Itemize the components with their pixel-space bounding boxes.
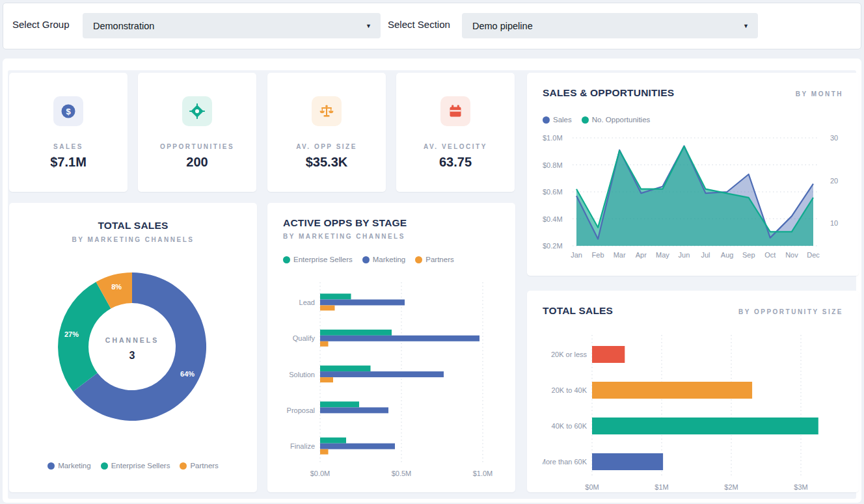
legend-item[interactable]: No. Opportunities (582, 116, 651, 124)
svg-text:$0.6M: $0.6M (543, 188, 563, 196)
bar-finalize-2[interactable] (320, 449, 329, 455)
legend-item[interactable]: Partners (180, 462, 218, 470)
bar-proposal-0[interactable] (320, 401, 359, 407)
select-section-label: Select Section (388, 19, 450, 30)
legend-dot-icon (101, 462, 108, 470)
chart-title: SALES & OPPORTUNITIES (543, 87, 674, 99)
bar-lead-1[interactable] (320, 300, 405, 306)
opportunities-icon-tile (182, 96, 212, 126)
kpi-card-opportunities: OPPORTUNITIES 200 (138, 73, 256, 192)
svg-text:20K or less: 20K or less (551, 351, 587, 358)
legend-dot-icon (582, 116, 589, 124)
section-select[interactable]: Demo pipeline ▼ (462, 13, 758, 38)
bar-proposal-1[interactable] (320, 407, 388, 413)
svg-text:Proposal: Proposal (287, 406, 315, 414)
legend-label: Marketing (58, 462, 91, 470)
bar-lead-0[interactable] (320, 294, 351, 300)
legend-item[interactable]: Enterprise Sellers (283, 256, 353, 263)
sales-opportunities-area-chart[interactable]: $1.0M$0.8M$0.6M$0.4M$0.2M302010JanFebMar… (543, 133, 843, 269)
legend-label: Enterprise Sellers (111, 462, 170, 470)
chart-subtitle: BY MARKETING CHANNELS (283, 233, 500, 240)
svg-text:64%: 64% (180, 370, 195, 378)
sales-icon-tile: $ (53, 96, 83, 126)
svg-text:40K to 60K: 40K to 60K (552, 422, 587, 430)
bar-qualify-1[interactable] (320, 336, 479, 341)
svg-text:Jan: Jan (571, 251, 582, 259)
legend-item[interactable]: Marketing (47, 462, 91, 470)
chart-legend: MarketingEnterprise SellersPartners (9, 462, 257, 470)
svg-text:Apr: Apr (636, 251, 647, 259)
svg-text:27%: 27% (64, 330, 79, 338)
svg-text:$0.8M: $0.8M (543, 161, 563, 169)
total-sales-by-channel-card: TOTAL SALES BY MARKETING CHANNELS 64%27%… (9, 203, 257, 492)
svg-text:Jun: Jun (679, 251, 690, 259)
legend-label: Partners (425, 256, 453, 263)
sales-by-opp-size-bar-chart[interactable]: $0M$1M$2M$3M20K or less20K to 40K40K to … (543, 331, 843, 495)
legend-dot-icon (543, 116, 550, 124)
group-select[interactable]: Demonstration ▼ (83, 13, 381, 38)
bar-solution-1[interactable] (320, 371, 444, 377)
kpi-value: $7.1M (9, 155, 128, 170)
svg-text:Lead: Lead (299, 298, 315, 306)
chart-subtitle: BY MARKETING CHANNELS (9, 236, 257, 243)
svg-text:Oct: Oct (764, 251, 776, 259)
balance-scale-icon (319, 103, 334, 119)
chart-title: ACTIVE OPPS BY STAGE (283, 217, 500, 229)
kpi-label: OPPORTUNITIES (138, 143, 256, 150)
legend-item[interactable]: Marketing (362, 256, 406, 263)
chart-legend: SalesNo. Opportunities (543, 116, 843, 124)
group-select-value: Demonstration (93, 21, 154, 31)
svg-text:20: 20 (830, 177, 838, 185)
av-velocity-icon-tile (440, 96, 470, 126)
kpi-value: 63.75 (396, 155, 515, 170)
active-opps-by-stage-card: ACTIVE OPPS BY STAGE BY MARKETING CHANNE… (267, 203, 515, 492)
svg-text:Aug: Aug (721, 251, 734, 259)
legend-item[interactable]: Partners (415, 256, 453, 263)
svg-text:Nov: Nov (785, 251, 798, 259)
bar-solution-2[interactable] (320, 377, 333, 382)
svg-text:$1.0M: $1.0M (473, 470, 493, 477)
svg-text:$0.2M: $0.2M (543, 242, 563, 250)
kpi-card-av-opp-size: AV. OPP SIZE $35.3K (267, 73, 386, 192)
chart-title: TOTAL SALES (543, 305, 613, 317)
channels-donut-chart[interactable]: 64%27%8%CHANNELS3 (9, 268, 257, 431)
legend-label: Marketing (373, 256, 406, 263)
svg-text:$1.0M: $1.0M (543, 134, 563, 142)
legend-label: No. Opportunities (592, 116, 651, 124)
svg-text:$3M: $3M (794, 483, 807, 491)
svg-text:$: $ (66, 107, 71, 116)
svg-text:$2M: $2M (724, 483, 738, 491)
svg-text:10: 10 (830, 219, 838, 227)
svg-text:$0.0M: $0.0M (310, 470, 331, 477)
kpi-card-sales: $ SALES $7.1M (9, 73, 128, 192)
bar-40k-to-60k[interactable] (592, 418, 818, 434)
sales-opportunities-card: SALES & OPPORTUNITIES BY MONTH SalesNo. … (527, 73, 859, 276)
kpi-label: AV. VELOCITY (396, 143, 515, 150)
bar-finalize-1[interactable] (320, 444, 395, 449)
svg-text:$0.4M: $0.4M (543, 215, 563, 223)
svg-text:$0M: $0M (585, 483, 599, 491)
donut-center-label: CHANNELS (105, 336, 159, 344)
bar-20k-to-40k[interactable] (592, 382, 752, 399)
svg-text:May: May (656, 251, 669, 259)
bar-20k-or-less[interactable] (592, 346, 625, 363)
legend-item[interactable]: Sales (543, 116, 572, 124)
bar-lead-2[interactable] (320, 306, 335, 311)
chart-corner-label: BY OPPORTUNITY SIZE (738, 308, 843, 315)
svg-text:20K to 40K: 20K to 40K (552, 386, 587, 394)
legend-item[interactable]: Enterprise Sellers (101, 462, 170, 470)
bar-solution-0[interactable] (320, 365, 371, 371)
svg-text:Dec: Dec (807, 251, 820, 259)
dollar-coin-icon: $ (61, 103, 76, 119)
donut-center-value: 3 (129, 350, 135, 361)
bar-more-than-60k[interactable] (592, 453, 663, 470)
bar-qualify-0[interactable] (320, 330, 392, 336)
svg-text:$0.5M: $0.5M (392, 470, 412, 477)
bar-qualify-2[interactable] (320, 341, 329, 347)
bar-finalize-0[interactable] (320, 438, 346, 444)
chevron-down-icon: ▼ (743, 23, 749, 29)
opps-by-stage-bar-chart[interactable]: $0.0M$0.5M$1.0MLeadQualifySolutionPropos… (274, 276, 509, 484)
kpi-label: SALES (9, 143, 128, 150)
svg-text:Sep: Sep (742, 251, 755, 259)
chevron-down-icon: ▼ (366, 23, 371, 29)
